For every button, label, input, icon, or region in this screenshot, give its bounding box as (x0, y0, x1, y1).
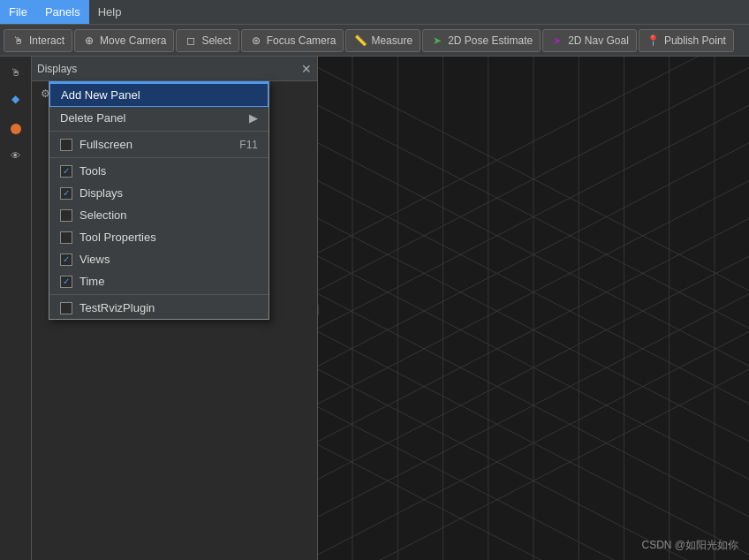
toolbar-select[interactable]: ◻ Select (176, 29, 238, 52)
views-label: Views (79, 253, 110, 266)
sidebar-display-icon: ◆ (11, 93, 19, 105)
delete-panel-label: Delete Panel (60, 111, 125, 125)
toolbar-move-camera[interactable]: ⊕ Move Camera (74, 29, 174, 52)
left-panel: 🖱 ◆ 👁 Displays ✕ ⚙ (0, 57, 318, 560)
displays-checkbox: ✓ (60, 187, 72, 200)
toolbar-nav-label: 2D Nav Goal (568, 34, 629, 47)
toolbar-interact-label: Interact (29, 34, 64, 47)
menu-selection[interactable]: Selection (49, 204, 269, 226)
toolbar-nav-goal[interactable]: ➤ 2D Nav Goal (542, 29, 637, 52)
toolbar-measure[interactable]: 📏 Measure (345, 29, 420, 52)
main-layout: 🖱 ◆ 👁 Displays ✕ ⚙ (0, 57, 749, 560)
separator-2 (49, 157, 269, 158)
sidebar-icons: 🖱 ◆ 👁 (0, 57, 32, 560)
toolbar-publish-label: Publish Point (664, 34, 726, 47)
selection-label: Selection (79, 208, 126, 222)
select-icon: ◻ (184, 34, 198, 48)
menu-fullscreen[interactable]: Fullscreen F11 (49, 133, 269, 155)
tool-properties-label: Tool Properties (79, 231, 156, 244)
menu-tools[interactable]: ✓ Tools (49, 160, 269, 182)
move-icon: ⊕ (82, 34, 96, 48)
sidebar-eye-btn[interactable]: 👁 (4, 143, 28, 168)
panel-close-button[interactable]: ✕ (301, 62, 312, 76)
add-new-panel-label: Add New Panel (61, 88, 140, 102)
menu-displays[interactable]: ✓ Displays (49, 182, 269, 204)
panel-header: Displays ✕ (32, 57, 317, 81)
arrow-green-icon: ➤ (430, 34, 444, 48)
time-label: Time (79, 275, 104, 288)
fullscreen-label: Fullscreen (79, 138, 132, 151)
menu-testrvizplugin[interactable]: TestRvizPlugin (49, 297, 269, 319)
menu-views[interactable]: ✓ Views (49, 248, 269, 270)
menu-file[interactable]: File (0, 0, 36, 24)
separator-1 (49, 131, 269, 132)
tools-label: Tools (79, 164, 106, 178)
toolbar-publish-point[interactable]: 📍 Publish Point (639, 29, 734, 52)
selection-checkbox (60, 209, 72, 222)
menu-tool-properties[interactable]: Tool Properties (49, 226, 269, 248)
toolbar-focus-label: Focus Camera (267, 34, 337, 47)
sidebar-orange-btn[interactable] (4, 117, 28, 141)
pin-red-icon: 📍 (647, 34, 661, 48)
menu-delete-panel[interactable]: Delete Panel ▶ (49, 107, 269, 129)
toolbar-focus-camera[interactable]: ⊛ Focus Camera (241, 29, 344, 52)
toolbar-move-label: Move Camera (100, 34, 166, 47)
menu-time[interactable]: ✓ Time (49, 270, 269, 292)
arrow-purple-icon: ➤ (550, 34, 564, 48)
orange-dot-icon (11, 124, 21, 134)
tool-properties-checkbox (60, 231, 72, 244)
separator-3 (49, 294, 269, 295)
ruler-icon: 📏 (353, 34, 367, 48)
watermark: CSDN @如阳光如你 (641, 538, 738, 553)
sidebar-cursor-icon: 🖱 (11, 66, 21, 79)
toolbar-measure-label: Measure (371, 34, 412, 47)
sidebar-display-btn[interactable]: ◆ (4, 87, 28, 111)
time-checkbox: ✓ (60, 276, 72, 288)
views-checkbox: ✓ (60, 254, 72, 266)
toolbar-pose-estimate[interactable]: ➤ 2D Pose Estimate (422, 29, 541, 52)
menu-panels[interactable]: Panels (36, 0, 89, 24)
panel-title: Displays (37, 63, 77, 75)
toolbar: 🖱 Interact ⊕ Move Camera ◻ Select ⊛ Focu… (0, 25, 749, 57)
eye-icon: 👁 (11, 150, 20, 161)
sidebar-interact-btn[interactable]: 🖱 (4, 60, 28, 85)
toolbar-pose-label: 2D Pose Estimate (448, 34, 533, 47)
toolbar-interact[interactable]: 🖱 Interact (4, 29, 72, 52)
testrvizplugin-label: TestRvizPlugin (79, 301, 155, 314)
tools-checkbox: ✓ (60, 165, 72, 178)
fullscreen-checkbox (60, 139, 72, 151)
fullscreen-shortcut: F11 (239, 139, 258, 151)
menu-help[interactable]: Help (89, 0, 131, 24)
3d-viewport[interactable]: ◀ (318, 57, 749, 560)
cursor-icon: 🖱 (11, 34, 26, 48)
displays-label: Displays (79, 186, 123, 200)
delete-panel-arrow: ▶ (249, 111, 258, 125)
grid-visualization (318, 57, 749, 560)
testrvizplugin-checkbox (60, 302, 72, 314)
toolbar-select-label: Select (201, 34, 231, 47)
menu-add-new-panel[interactable]: Add New Panel (49, 83, 269, 107)
focus-icon: ⊛ (249, 34, 263, 48)
menubar: File Panels Help (0, 0, 749, 25)
panels-dropdown-menu: Add New Panel Delete Panel ▶ Fullscreen … (49, 81, 269, 320)
